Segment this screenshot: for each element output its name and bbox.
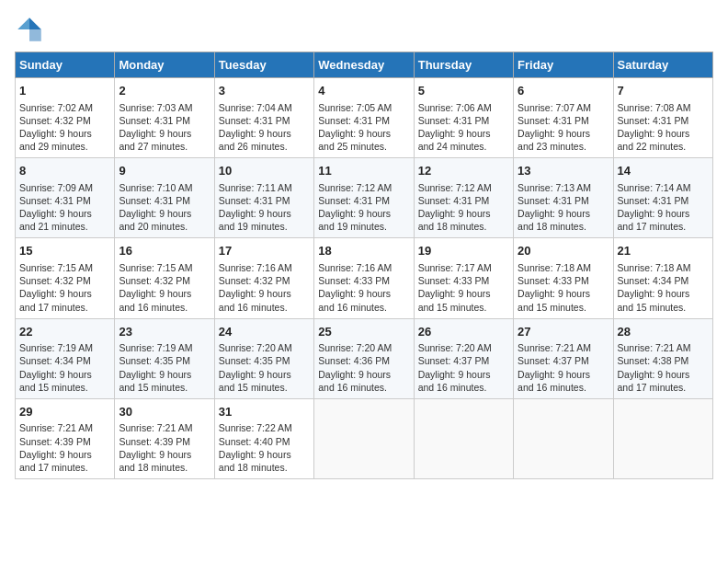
sunrise-label: Sunrise: 7:10 AM [119, 182, 192, 193]
day-number: 4 [318, 83, 409, 99]
day-number: 3 [219, 83, 310, 99]
sunset-label: Sunset: 4:34 PM [19, 355, 91, 366]
daylight-minutes: and 18 minutes. [119, 462, 188, 473]
day-number: 6 [518, 83, 609, 99]
day-number: 30 [119, 404, 210, 420]
daylight-minutes: and 16 minutes. [318, 382, 387, 393]
calendar-cell: 27Sunrise: 7:21 AMSunset: 4:37 PMDayligh… [514, 318, 613, 398]
daylight-label: Daylight: 9 hours [318, 369, 391, 380]
calendar-cell: 29Sunrise: 7:21 AMSunset: 4:39 PMDayligh… [16, 398, 115, 478]
sunset-label: Sunset: 4:31 PM [518, 195, 589, 206]
calendar-cell: 9Sunrise: 7:10 AMSunset: 4:31 PMDaylight… [115, 158, 214, 238]
day-number: 13 [518, 163, 609, 179]
sunset-label: Sunset: 4:31 PM [318, 195, 390, 206]
sunset-label: Sunset: 4:31 PM [219, 115, 290, 126]
day-number: 10 [219, 163, 310, 179]
sunrise-label: Sunrise: 7:19 AM [119, 342, 192, 353]
sunset-label: Sunset: 4:32 PM [219, 275, 290, 286]
daylight-minutes: and 17 minutes. [618, 221, 687, 232]
daylight-minutes: and 19 minutes. [219, 221, 288, 232]
daylight-minutes: and 15 minutes. [119, 382, 188, 393]
calendar-table: SundayMondayTuesdayWednesdayThursdayFrid… [15, 52, 713, 479]
sunrise-label: Sunrise: 7:05 AM [318, 102, 392, 113]
daylight-minutes: and 17 minutes. [618, 382, 687, 393]
daylight-label: Daylight: 9 hours [318, 288, 391, 299]
sunrise-label: Sunrise: 7:13 AM [518, 182, 591, 193]
daylight-minutes: and 26 minutes. [219, 141, 288, 152]
sunset-label: Sunset: 4:31 PM [618, 115, 689, 126]
daylight-label: Daylight: 9 hours [418, 208, 491, 219]
calendar-cell: 25Sunrise: 7:20 AMSunset: 4:36 PMDayligh… [314, 318, 414, 398]
sunrise-label: Sunrise: 7:16 AM [219, 262, 292, 273]
calendar-cell: 20Sunrise: 7:18 AMSunset: 4:33 PMDayligh… [514, 238, 613, 318]
day-header-thursday: Thursday [414, 52, 513, 78]
day-number: 15 [19, 243, 110, 259]
daylight-minutes: and 20 minutes. [119, 221, 188, 232]
daylight-label: Daylight: 9 hours [19, 449, 92, 460]
calendar-cell: 14Sunrise: 7:14 AMSunset: 4:31 PMDayligh… [613, 158, 712, 238]
calendar-cell: 6Sunrise: 7:07 AMSunset: 4:31 PMDaylight… [514, 78, 613, 158]
calendar-cell: 16Sunrise: 7:15 AMSunset: 4:32 PMDayligh… [115, 238, 214, 318]
day-number: 28 [618, 324, 709, 340]
sunset-label: Sunset: 4:31 PM [119, 115, 190, 126]
calendar-week-row: 1Sunrise: 7:02 AMSunset: 4:32 PMDaylight… [16, 78, 713, 158]
daylight-label: Daylight: 9 hours [219, 288, 291, 299]
calendar-week-row: 29Sunrise: 7:21 AMSunset: 4:39 PMDayligh… [16, 398, 713, 478]
sunrise-label: Sunrise: 7:11 AM [219, 182, 292, 193]
daylight-minutes: and 17 minutes. [19, 302, 88, 313]
daylight-minutes: and 19 minutes. [318, 221, 387, 232]
calendar-cell: 31Sunrise: 7:22 AMSunset: 4:40 PMDayligh… [214, 398, 313, 478]
daylight-label: Daylight: 9 hours [219, 208, 291, 219]
daylight-minutes: and 22 minutes. [618, 141, 687, 152]
sunrise-label: Sunrise: 7:21 AM [518, 342, 591, 353]
logo-icon [15, 15, 44, 44]
sunrise-label: Sunrise: 7:18 AM [518, 262, 591, 273]
sunrise-label: Sunrise: 7:04 AM [219, 102, 292, 113]
sunrise-label: Sunrise: 7:08 AM [618, 102, 691, 113]
svg-marker-0 [29, 17, 41, 29]
calendar-cell: 11Sunrise: 7:12 AMSunset: 4:31 PMDayligh… [314, 158, 414, 238]
sunrise-label: Sunrise: 7:15 AM [119, 262, 192, 273]
day-header-tuesday: Tuesday [214, 52, 313, 78]
daylight-label: Daylight: 9 hours [119, 288, 191, 299]
sunrise-label: Sunrise: 7:20 AM [318, 342, 392, 353]
sunset-label: Sunset: 4:31 PM [318, 115, 390, 126]
calendar-cell: 12Sunrise: 7:12 AMSunset: 4:31 PMDayligh… [414, 158, 513, 238]
sunset-label: Sunset: 4:40 PM [219, 436, 290, 447]
day-number: 29 [19, 404, 110, 420]
day-number: 26 [418, 324, 509, 340]
sunrise-label: Sunrise: 7:02 AM [19, 102, 93, 113]
daylight-minutes: and 17 minutes. [19, 462, 88, 473]
daylight-minutes: and 16 minutes. [318, 302, 387, 313]
sunset-label: Sunset: 4:35 PM [219, 355, 290, 366]
day-number: 17 [219, 243, 310, 259]
page-header [15, 15, 713, 44]
calendar-cell: 24Sunrise: 7:20 AMSunset: 4:35 PMDayligh… [214, 318, 313, 398]
day-header-saturday: Saturday [613, 52, 712, 78]
calendar-cell [514, 398, 613, 478]
daylight-label: Daylight: 9 hours [119, 369, 191, 380]
daylight-label: Daylight: 9 hours [318, 208, 391, 219]
sunrise-label: Sunrise: 7:17 AM [418, 262, 492, 273]
daylight-label: Daylight: 9 hours [518, 369, 590, 380]
calendar-cell: 2Sunrise: 7:03 AMSunset: 4:31 PMDaylight… [115, 78, 214, 158]
day-number: 19 [418, 243, 509, 259]
day-number: 18 [318, 243, 409, 259]
sunset-label: Sunset: 4:31 PM [119, 195, 190, 206]
sunrise-label: Sunrise: 7:06 AM [418, 102, 492, 113]
sunrise-label: Sunrise: 7:18 AM [618, 262, 691, 273]
day-number: 14 [618, 163, 709, 179]
daylight-minutes: and 29 minutes. [19, 141, 88, 152]
sunrise-label: Sunrise: 7:07 AM [518, 102, 591, 113]
day-number: 1 [19, 83, 110, 99]
sunset-label: Sunset: 4:31 PM [219, 195, 290, 206]
calendar-cell: 17Sunrise: 7:16 AMSunset: 4:32 PMDayligh… [214, 238, 313, 318]
day-number: 7 [618, 83, 709, 99]
day-number: 31 [219, 404, 310, 420]
daylight-label: Daylight: 9 hours [318, 128, 391, 139]
daylight-label: Daylight: 9 hours [19, 369, 92, 380]
sunrise-label: Sunrise: 7:22 AM [219, 422, 292, 433]
calendar-cell: 23Sunrise: 7:19 AMSunset: 4:35 PMDayligh… [115, 318, 214, 398]
calendar-cell: 22Sunrise: 7:19 AMSunset: 4:34 PMDayligh… [16, 318, 115, 398]
day-number: 12 [418, 163, 509, 179]
